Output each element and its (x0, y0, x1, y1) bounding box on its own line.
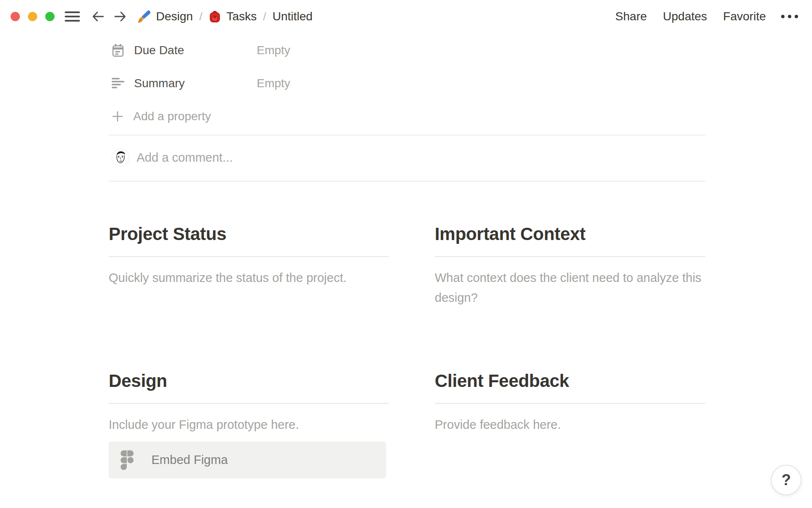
align-left-icon (112, 77, 124, 89)
breadcrumb-item-design[interactable]: Design (137, 9, 193, 24)
section-title[interactable]: Design (109, 370, 389, 392)
divider (109, 181, 705, 182)
favorite-button[interactable]: Favorite (723, 10, 766, 23)
section-design: Design Include your Figma prototype here… (109, 370, 389, 478)
user-avatar (112, 149, 129, 166)
topbar-actions: Share Updates Favorite (615, 10, 812, 23)
figma-icon (120, 450, 134, 470)
forward-arrow-icon[interactable] (114, 11, 126, 22)
comment-input-placeholder: Add a comment... (137, 151, 233, 165)
question-mark-icon: ? (782, 471, 791, 489)
sidebar-menu-icon[interactable] (65, 11, 80, 22)
property-value[interactable]: Empty (257, 77, 290, 90)
backpack-icon (208, 9, 221, 24)
breadcrumb-separator: / (199, 10, 202, 23)
embed-figma-label: Embed Figma (151, 453, 228, 467)
section-rule (435, 403, 705, 404)
section-placeholder-text[interactable]: Include your Figma prototype here. (109, 415, 389, 435)
close-window-icon[interactable] (11, 12, 20, 21)
section-important-context: Important Context What context does the … (435, 224, 705, 308)
breadcrumb-label: Design (156, 10, 193, 23)
section-rule (109, 256, 389, 257)
section-placeholder-text[interactable]: Quickly summarize the status of the proj… (109, 268, 389, 288)
section-placeholder-text[interactable]: Provide feedback here. (435, 415, 705, 435)
property-name: Summary (134, 77, 185, 90)
divider (109, 135, 705, 135)
section-title[interactable]: Project Status (109, 224, 389, 245)
section-title[interactable]: Client Feedback (435, 370, 705, 392)
property-name: Due Date (134, 44, 184, 57)
breadcrumb-item-untitled[interactable]: Untitled (272, 10, 313, 23)
updates-button[interactable]: Updates (663, 10, 707, 23)
section-placeholder-text[interactable]: What context does the client need to ana… (435, 268, 705, 308)
zoom-window-icon[interactable] (45, 12, 55, 21)
notion-window: Design / Tasks / Untitled Share Updates … (0, 0, 812, 508)
add-property-button[interactable]: Add a property (112, 106, 290, 127)
back-arrow-icon[interactable] (92, 11, 104, 22)
breadcrumb-separator: / (263, 10, 266, 23)
section-client-feedback: Client Feedback Provide feedback here. (435, 370, 705, 435)
embed-figma-button[interactable]: Embed Figma (109, 442, 386, 478)
breadcrumb-label: Tasks (226, 10, 257, 23)
more-options-icon[interactable] (781, 15, 798, 18)
add-comment-row[interactable]: Add a comment... (112, 149, 233, 166)
property-row-due-date[interactable]: Due Date Empty (112, 40, 290, 61)
window-topbar: Design / Tasks / Untitled Share Updates … (0, 0, 812, 33)
plus-icon (112, 110, 123, 122)
traffic-lights (11, 12, 55, 21)
breadcrumb-item-tasks[interactable]: Tasks (208, 9, 257, 24)
page-properties: Due Date Empty Summary Empty Add a prope… (112, 40, 290, 127)
section-title[interactable]: Important Context (435, 224, 705, 245)
calendar-icon (112, 44, 124, 57)
property-row-summary[interactable]: Summary Empty (112, 73, 290, 94)
share-button[interactable]: Share (615, 10, 647, 23)
help-button[interactable]: ? (771, 465, 801, 495)
property-value[interactable]: Empty (257, 44, 290, 57)
section-project-status: Project Status Quickly summarize the sta… (109, 224, 389, 288)
paintbrush-icon (137, 9, 151, 24)
breadcrumb: Design / Tasks / Untitled (137, 9, 313, 24)
section-rule (435, 256, 705, 257)
minimize-window-icon[interactable] (28, 12, 37, 21)
section-rule (109, 403, 389, 404)
